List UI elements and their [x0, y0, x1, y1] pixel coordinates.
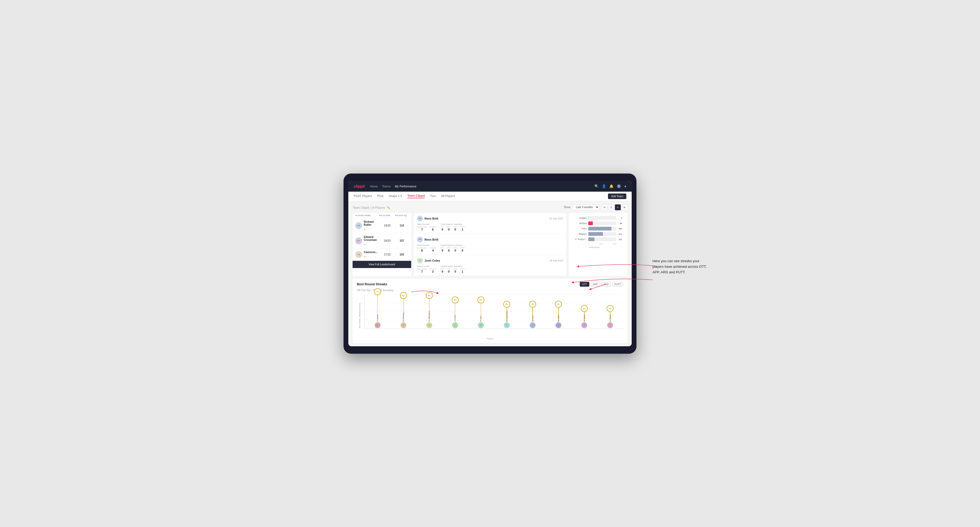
- y-axis-label: Best Streak, Fairway Accuracy: [359, 303, 361, 328]
- period-select[interactable]: Last 3 months: [573, 205, 600, 210]
- ott-stat-3: OTT 0: [441, 268, 444, 273]
- card-player-josh: JC Josh Coles: [417, 258, 440, 264]
- filter-ott-button[interactable]: OTT: [580, 282, 589, 287]
- player-col-5: 4xE. CrossmanE: [494, 294, 520, 329]
- bar-dbogeys: D. Bogeys + 131: [572, 237, 616, 241]
- pa-row-2: OTT 0 APP 0 ARG 0: [441, 247, 465, 252]
- player-col-1: 6xB. McHargB: [390, 294, 416, 329]
- app-stat-2: APP 0: [447, 247, 450, 252]
- avatar-nav[interactable]: ●: [624, 184, 626, 188]
- card-stats-2: Total Rounds Tournament 8 Practice 4: [417, 244, 563, 252]
- view-grid3-button[interactable]: ⊟: [608, 205, 614, 210]
- player-col-6: 4xD. FordD: [520, 294, 546, 329]
- streaks-title: Best Round Streaks: [357, 283, 387, 286]
- card-top-2: RB Rees Britt: [417, 237, 563, 243]
- lb-avg-3: 103: [395, 253, 409, 256]
- player-name-1: Richard Butler: [364, 221, 379, 226]
- player-col-3: 5xJ. ColesJ: [442, 294, 468, 329]
- ott-val-1: 0: [442, 228, 443, 231]
- nav-teams[interactable]: Teams: [382, 185, 391, 188]
- arg-stat-3: ARG 0: [453, 268, 457, 273]
- putt-stat-3: PUTT 1: [460, 268, 465, 273]
- lb-col-avg: PB AVG SQ: [395, 214, 409, 217]
- streaks-filter: OTT APP ARG PUTT: [580, 282, 623, 287]
- putt-stat-1: PUTT 1: [460, 226, 465, 231]
- nav-icons: 🔍 👤 🔔 ⚙️ ●: [594, 184, 626, 188]
- card-name-2: Rees Britt: [425, 238, 438, 241]
- card-avatar-2: RB: [417, 237, 423, 243]
- nav-my-performance[interactable]: My Performance: [395, 185, 417, 188]
- bogeys-count: 311: [619, 233, 622, 235]
- view-full-leaderboard-button[interactable]: View Full Leaderboard: [353, 261, 411, 268]
- tournament-val-1: 7: [421, 228, 423, 231]
- add-team-button[interactable]: Add Team: [608, 194, 626, 199]
- app-val-1: 0: [448, 228, 450, 231]
- eagles-label: Eagles: [572, 217, 587, 219]
- player-info-2: Edward Crossman ♦ 2: [364, 236, 379, 246]
- ott-val-2: 0: [442, 249, 443, 252]
- arg-stat-2: ARG 0: [453, 247, 457, 252]
- practice-activities-group-2: Total Practice Activities OTT 0 APP 0: [441, 244, 465, 252]
- card-date-1: 02 Sep 2023: [549, 217, 563, 220]
- arg-val-2: 0: [455, 249, 456, 252]
- tournament-stat-2: Tournament 8: [417, 247, 427, 252]
- chart-footer: Total Shots: [572, 246, 616, 249]
- bogeys-fill: [588, 232, 603, 236]
- lb-row-2: EC Edward Crossman ♦ 2 18/20 107: [353, 233, 411, 249]
- sub-nav-all-players[interactable]: All Players: [441, 194, 455, 198]
- dbogeys-count: 131: [619, 238, 622, 240]
- sub-nav-pga[interactable]: PGA: [377, 194, 383, 198]
- card-stats-1: Total Rounds Tournament 7 Practice 6: [417, 223, 563, 231]
- settings-icon[interactable]: ⚙️: [617, 184, 621, 188]
- player-col-2: 6xD. BillinghamD: [416, 294, 442, 329]
- lb-col-score: PB SCORE: [379, 214, 395, 217]
- birdies-count: 96: [620, 222, 622, 224]
- pars-fill: [588, 227, 611, 230]
- ott-stat-1: OTT 0: [441, 226, 444, 231]
- sub-nav-tour[interactable]: Tour: [430, 194, 436, 198]
- bell-icon[interactable]: 🔔: [609, 184, 614, 188]
- rounds-group-3: Total Rounds Tournament 7 Practice 2: [417, 265, 436, 273]
- arg-val-1: 0: [455, 228, 456, 231]
- card-avatar-3: JC: [417, 258, 423, 264]
- player-col-0: 7xE. EwartE: [364, 294, 390, 329]
- lb-score-2: 18/20: [379, 239, 395, 242]
- filter-arg-button[interactable]: ARG: [601, 282, 611, 287]
- nav-home[interactable]: Home: [370, 185, 378, 188]
- view-icons: ⊞ ⊟ ≡ ⊠: [601, 205, 627, 210]
- filter-app-button[interactable]: APP: [590, 282, 600, 287]
- player-col-7: 4xM. MillerM: [546, 294, 571, 329]
- player-col-4: 5xR. BrittR: [468, 294, 494, 329]
- y-axis-container: Best Streak, Fairway Accuracy: [357, 294, 362, 337]
- badge-2: ♦ 2: [364, 243, 367, 246]
- rounds-label-3: Total Rounds: [417, 265, 436, 268]
- team-controls: Show Last 3 months ⊞ ⊟ ≡ ⊠: [564, 205, 627, 210]
- filter-putt-button[interactable]: PUTT: [612, 282, 624, 287]
- birdies-track: 96: [588, 221, 616, 225]
- card-top-1: RB Rees Britt 02 Sep 2023: [417, 216, 563, 221]
- lb-player-3: CA Cameron... ♦ 3: [355, 251, 379, 259]
- user-icon[interactable]: 👤: [602, 184, 606, 188]
- rounds-group-1: Total Rounds Tournament 7 Practice 6: [417, 223, 436, 231]
- sub-nav-hcaps[interactable]: Hcaps 1-5: [389, 194, 402, 198]
- view-table-button[interactable]: ⊠: [622, 205, 627, 210]
- bar-pars: Pars 499: [572, 227, 616, 230]
- team-title-area: Team Clippd | 14 Players ✏️: [353, 205, 390, 210]
- chart-plot-area: 7xE. EwartE6xB. McHargB6xD. BillinghamD5…: [364, 294, 623, 329]
- bogeys-track: 311: [588, 232, 616, 236]
- app-val-2: 0: [448, 249, 450, 252]
- view-grid2-button[interactable]: ⊞: [601, 205, 608, 210]
- rounds-row-1: Tournament 7 Practice 6: [417, 226, 436, 231]
- pars-count: 499: [619, 227, 622, 230]
- lb-player-1: RB Richard Butler ♦ 1: [355, 221, 379, 231]
- pa-row-3: OTT 0 APP 0 ARG 0: [441, 268, 465, 273]
- sub-nav-pgat[interactable]: PGAT Players: [354, 194, 372, 198]
- pa-row-1: OTT 0 APP 0 ARG 0: [441, 226, 465, 231]
- sub-nav-team-clippd[interactable]: Team Clippd: [407, 194, 425, 198]
- search-icon[interactable]: 🔍: [594, 184, 599, 188]
- pa-label-2: Total Practice Activities: [441, 244, 465, 246]
- view-list-button[interactable]: ≡: [615, 205, 621, 210]
- player-card-1: RB Rees Britt 02 Sep 2023 Total Rounds T…: [414, 213, 566, 234]
- player-col-9: 3xC. QuickC: [597, 294, 623, 329]
- chart-x-axis: 0 200 400: [572, 243, 616, 245]
